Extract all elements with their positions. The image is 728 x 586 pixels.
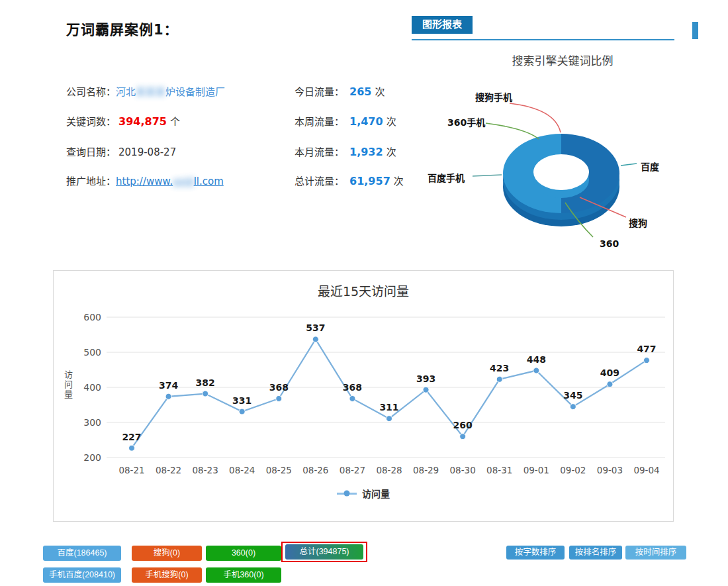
keywords-row: 关键词数：394,875个: [66, 114, 180, 128]
data-point-label: 374: [159, 380, 178, 391]
data-point: [460, 434, 466, 440]
x-tick-label: 08-30: [450, 465, 476, 475]
legend-label: 访问量: [362, 487, 390, 500]
data-point: [570, 404, 576, 410]
tab-underline: [412, 39, 674, 40]
data-point: [387, 416, 392, 422]
x-tick-label: 08-21: [118, 465, 144, 475]
total-traffic-label: 总计流量：: [295, 175, 344, 187]
data-point-label: 448: [527, 354, 546, 365]
y-tick-label: 200: [83, 452, 101, 463]
keyword-pie-chart: 搜狗手机 360手机 百度手机 百度 搜狗 360: [417, 66, 721, 265]
pie-label-sogou-mobile: 搜狗手机: [475, 90, 512, 103]
x-tick-label: 09-01: [523, 465, 549, 475]
page: 万词霸屏案例1： 公司名称：河北某某某炉设备制造厂 关键词数：394,875个 …: [0, 0, 728, 586]
promo-url-prefix: http://www.: [116, 175, 173, 187]
promo-url-label: 推广地址：: [66, 175, 116, 187]
data-point: [496, 376, 502, 382]
promo-url-link[interactable]: http://www.xxjdll.com: [116, 175, 224, 187]
data-point: [312, 336, 318, 342]
x-tick-label: 08-24: [229, 465, 255, 475]
data-point-label: 423: [490, 363, 509, 373]
total-button[interactable]: 总计(394875): [285, 544, 363, 560]
today-traffic-label: 今日流量：: [295, 86, 344, 98]
data-point: [423, 387, 429, 393]
company-name-suffix: 炉设备制造厂: [165, 86, 225, 98]
x-tick-label: 08-26: [302, 465, 328, 475]
data-point-label: 227: [122, 432, 141, 442]
data-point: [644, 358, 650, 364]
data-point: [203, 391, 208, 397]
y-tick-label: 400: [83, 382, 101, 393]
data-point: [129, 445, 135, 451]
company-name-label: 公司名称：: [66, 86, 116, 98]
leader-baidu: [621, 164, 637, 166]
data-point: [349, 395, 355, 401]
data-point-label: 382: [196, 377, 215, 388]
scrollbar-thumb[interactable]: [692, 22, 698, 39]
data-point: [533, 367, 539, 373]
data-point: [239, 409, 245, 415]
month-traffic-unit: 次: [387, 146, 396, 158]
week-traffic-row: 本周流量：1,470次: [295, 114, 396, 128]
chart-legend: 访问量: [54, 487, 673, 500]
company-name-prefix: 河北: [116, 86, 136, 98]
sort-by-wordcount-button[interactable]: 按字数排序: [506, 546, 565, 560]
data-point-label: 409: [600, 367, 619, 378]
month-traffic-label: 本月流量：: [295, 146, 344, 158]
baidu-button[interactable]: 百度(186465): [43, 546, 121, 561]
mobile-360-button[interactable]: 手机360(0): [206, 567, 281, 583]
data-point-label: 537: [306, 322, 325, 333]
today-traffic-row: 今日流量：265次: [295, 84, 385, 98]
x-tick-label: 09-02: [560, 465, 586, 475]
sort-by-time-button[interactable]: 按时间排序: [625, 546, 686, 560]
data-point: [607, 381, 613, 387]
x-tick-label: 08-25: [266, 465, 292, 475]
week-traffic-unit: 次: [387, 116, 396, 128]
x-tick-label: 09-03: [597, 465, 623, 475]
keywords-unit: 个: [170, 116, 180, 128]
query-date-row: 查询日期：2019-08-27: [66, 144, 176, 158]
x-tick-label: 08-27: [340, 465, 365, 475]
keywords-value: 394,875: [118, 115, 167, 128]
promo-url-suffix: ll.com: [194, 175, 224, 187]
mobile-sogou-button[interactable]: 手机搜狗(0): [132, 567, 202, 583]
total-traffic-value: 61,957: [349, 175, 390, 187]
keywords-label: 关键词数：: [66, 116, 116, 128]
data-point-label: 368: [343, 382, 362, 393]
company-name-row: 公司名称：河北某某某炉设备制造厂: [66, 84, 225, 98]
data-point: [276, 395, 282, 401]
360-button[interactable]: 360(0): [206, 546, 281, 561]
week-traffic-label: 本周流量：: [295, 116, 344, 128]
y-tick-label: 500: [83, 347, 101, 358]
today-traffic-value: 265: [349, 85, 371, 98]
month-traffic-row: 本月流量：1,932次: [295, 144, 396, 158]
data-point: [165, 393, 171, 399]
data-point-label: 260: [453, 420, 473, 430]
pie-label-360: 360: [600, 238, 619, 249]
legend-marker-icon: [337, 493, 357, 495]
visits-line-chart-svg: 20030040050060008-2108-2208-2308-2408-25…: [54, 297, 673, 496]
data-point-label: 393: [416, 373, 435, 384]
query-date-value: 2019-08-27: [118, 146, 176, 158]
pie-label-360-mobile: 360手机: [447, 115, 485, 128]
total-traffic-unit: 次: [394, 175, 404, 187]
today-traffic-unit: 次: [375, 86, 385, 98]
y-tick-label: 600: [83, 312, 101, 322]
promo-url-censored: xxjd: [173, 175, 193, 187]
month-traffic-value: 1,932: [349, 146, 383, 158]
leader-baidu-mobile: [473, 175, 502, 176]
sogou-button[interactable]: 搜狗(0): [132, 546, 202, 561]
tab-graphic-report[interactable]: 图形报表: [412, 16, 473, 34]
sort-by-rank-button[interactable]: 按排名排序: [569, 546, 622, 560]
x-tick-label: 08-29: [413, 465, 439, 475]
data-point-label: 311: [379, 402, 398, 413]
pie-label-baidu-mobile: 百度手机: [428, 171, 465, 184]
page-title: 万词霸屏案例1：: [66, 19, 179, 38]
x-tick-label: 09-04: [633, 465, 659, 475]
data-point-label: 368: [269, 382, 289, 393]
x-tick-label: 08-31: [486, 465, 512, 475]
y-tick-label: 300: [83, 417, 101, 428]
mobile-baidu-button[interactable]: 手机百度(208410): [43, 567, 121, 583]
promo-url-row: 推广地址：http://www.xxjdll.com: [66, 173, 224, 187]
